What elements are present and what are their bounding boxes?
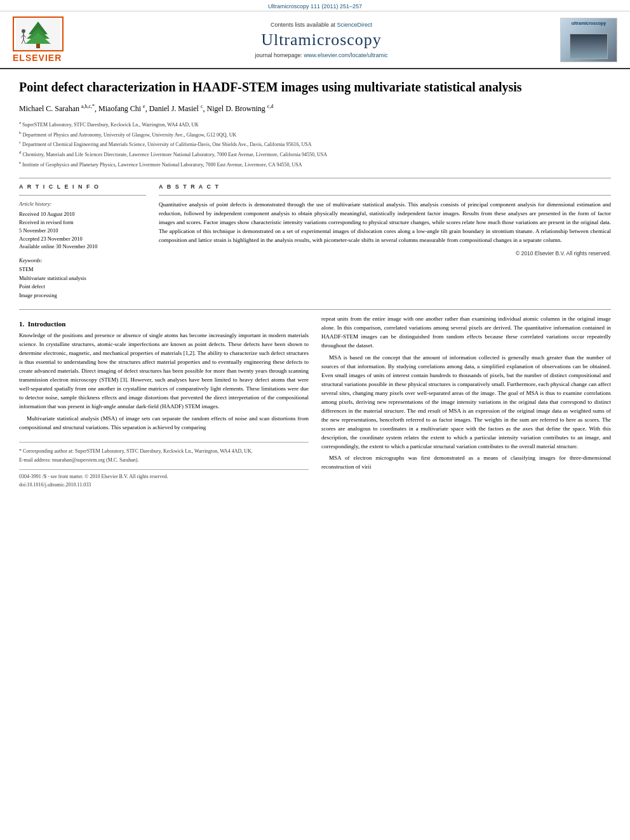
copyright: © 2010 Elsevier B.V. All rights reserved… xyxy=(159,250,611,257)
right-para-3: MSA of electron micrographs was first de… xyxy=(321,454,611,472)
elsevier-tree-icon xyxy=(16,18,60,50)
para-2: Multivariate statistical analysis (MSA) … xyxy=(19,415,309,432)
divider-info xyxy=(19,195,146,196)
article-info-column: A R T I C L E I N F O Article history: R… xyxy=(19,183,146,300)
svg-point-5 xyxy=(22,29,25,33)
journal-center: Contents lists available at ScienceDirec… xyxy=(83,22,560,58)
journal-reference: Ultramicroscopy 111 (2011) 251–257 xyxy=(268,3,362,10)
affiliation-d: d Chemistry, Materials and Life Sciences… xyxy=(19,149,611,159)
keyword-stem: STEM xyxy=(19,265,146,274)
affiliation-c: c Department of Chemical Engineering and… xyxy=(19,139,611,149)
body-left-column: 1. Introduction Knowledge of the positio… xyxy=(19,315,309,489)
keywords-section: Keywords: STEM Multivariate statistical … xyxy=(19,257,146,300)
affiliations: a SuperSTEM Laboratory, STFC Daresbury, … xyxy=(19,119,611,168)
logo-box xyxy=(13,17,64,51)
abstract-heading: A B S T R A C T xyxy=(159,183,611,190)
affiliation-e: e Institute of Geophysics and Planetary … xyxy=(19,159,611,169)
keyword-msa: Multivariate statistical analysis xyxy=(19,274,146,283)
footnote-email: E-mail address: msarahan@superstem.org (… xyxy=(19,457,309,464)
received-revised-date: 5 November 2010 xyxy=(19,227,146,235)
body-right-column: repeat units from the entire image with … xyxy=(321,315,611,489)
article-info-heading: A R T I C L E I N F O xyxy=(19,183,146,190)
journal-header: ELSEVIER Contents lists available at Sci… xyxy=(0,11,630,69)
keywords-label: Keywords: xyxy=(19,257,146,263)
affiliation-b: b Department of Physics and Astronomy, U… xyxy=(19,130,611,139)
divider-1 xyxy=(19,178,611,178)
article-title: Point defect characterization in HAADF-S… xyxy=(19,79,611,95)
footnotes: * Corresponding author at: SuperSTEM Lab… xyxy=(19,442,309,464)
section1-right-text: repeat units from the entire image with … xyxy=(321,315,611,472)
history-label: Article history: xyxy=(19,201,146,207)
footer-doi: doi:10.1016/j.ultramic.2010.11.033 xyxy=(19,481,309,490)
homepage-line: journal homepage: www.elsevier.com/locat… xyxy=(83,52,560,58)
received-date: Received 10 August 2010 xyxy=(19,210,146,218)
divider-abstract xyxy=(159,195,611,196)
elsevier-name: ELSEVIER xyxy=(13,53,83,63)
available-date: Available online 30 November 2010 xyxy=(19,243,146,251)
abstract-column: A B S T R A C T Quantitative analysis of… xyxy=(159,183,611,300)
divider-2 xyxy=(19,309,611,310)
journal-thumbnail: ultramicroscopy xyxy=(560,18,617,62)
info-abstract-section: A R T I C L E I N F O Article history: R… xyxy=(19,183,611,300)
received-revised-label: Received in revised form xyxy=(19,218,146,227)
main-content: Point defect characterization in HAADF-S… xyxy=(0,69,630,502)
keyword-point-defect: Point defect xyxy=(19,283,146,291)
body-section: 1. Introduction Knowledge of the positio… xyxy=(19,315,611,489)
right-para-1: repeat units from the entire image with … xyxy=(321,315,611,350)
para-1: Knowledge of the positions and presence … xyxy=(19,331,309,411)
top-bar: Ultramicroscopy 111 (2011) 251–257 xyxy=(0,0,630,11)
footnote-corresponding: * Corresponding author at: SuperSTEM Lab… xyxy=(19,448,309,455)
abstract-text: Quantitative analysis of point defects i… xyxy=(159,201,611,245)
authors-line: Michael C. Sarahan a,b,c,*, Miaofang Chi… xyxy=(19,103,611,114)
right-para-2: MSA is based on the concept that the amo… xyxy=(321,354,611,451)
journal-title: Ultramicroscopy xyxy=(83,30,560,50)
sciencedirect-link[interactable]: ScienceDirect xyxy=(337,22,373,28)
keyword-image-processing: Image processing xyxy=(19,291,146,300)
contents-line: Contents lists available at ScienceDirec… xyxy=(83,22,560,28)
footer-info: 0304-3991 /$ - see front matter. © 2010 … xyxy=(19,469,309,490)
accepted-date: Accepted 23 November 2010 xyxy=(19,235,146,243)
footer-issn: 0304-3991 /$ - see front matter. © 2010 … xyxy=(19,473,309,481)
affiliation-a: a SuperSTEM Laboratory, STFC Daresbury, … xyxy=(19,119,611,129)
elsevier-logo: ELSEVIER xyxy=(13,17,83,63)
section1-title: 1. Introduction xyxy=(19,320,309,328)
section1-paragraph1: Knowledge of the positions and presence … xyxy=(19,331,309,432)
homepage-url[interactable]: www.elsevier.com/locate/ultramic xyxy=(304,52,388,58)
